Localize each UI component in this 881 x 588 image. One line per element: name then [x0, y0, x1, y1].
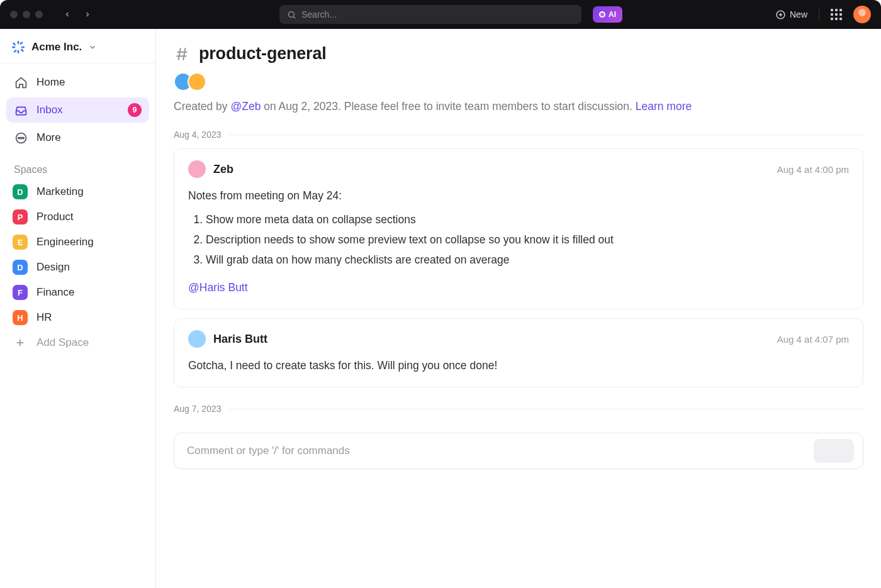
svg-rect-12 — [13, 49, 17, 53]
avatar — [188, 160, 206, 178]
list-item: Will grab data on how many checklists ar… — [206, 250, 849, 270]
ai-button[interactable]: AI — [593, 6, 622, 23]
inbox-badge: 9 — [128, 103, 142, 117]
svg-rect-7 — [12, 47, 16, 48]
sidebar-space-item[interactable]: PProduct — [0, 204, 155, 230]
svg-point-15 — [20, 137, 21, 138]
svg-rect-8 — [21, 47, 25, 48]
svg-rect-11 — [20, 42, 23, 45]
workspace-logo-icon — [11, 40, 25, 54]
learn-more-link[interactable]: Learn more — [636, 100, 692, 113]
space-icon: D — [13, 260, 28, 275]
svg-line-21 — [179, 48, 181, 60]
chevron-down-icon — [88, 43, 97, 52]
space-icon: H — [13, 310, 28, 325]
more-icon — [14, 131, 28, 145]
search-placeholder: Search... — [301, 9, 337, 19]
nav-inbox-label: Inbox — [36, 104, 63, 116]
space-name: HR — [36, 311, 52, 324]
space-icon: F — [13, 285, 28, 300]
space-icon: E — [13, 235, 28, 250]
creator-mention[interactable]: @Zeb — [230, 100, 261, 113]
comment-input[interactable] — [187, 445, 806, 457]
home-icon — [14, 75, 28, 89]
svg-line-1 — [293, 16, 295, 18]
message-card[interactable]: Zeb Aug 4 at 4:00 pm Notes from meeting … — [174, 148, 863, 309]
nav-more[interactable]: More — [6, 125, 149, 150]
channel-header: product-general — [174, 44, 863, 64]
add-space-label: Add Space — [36, 336, 89, 349]
message-author: Haris Butt — [213, 333, 267, 346]
message-timestamp: Aug 4 at 4:00 pm — [777, 164, 849, 175]
search-input[interactable]: Search... — [279, 5, 581, 24]
plus-icon — [13, 335, 28, 350]
nav-more-label: More — [36, 131, 61, 144]
channel-description: Created by @Zeb on Aug 2, 2023. Please f… — [174, 100, 863, 113]
date-label: Aug 7, 2023 — [174, 404, 222, 414]
workspace-name: Acme Inc. — [31, 41, 82, 53]
nav-home-label: Home — [36, 76, 65, 89]
avatar — [188, 330, 206, 348]
ai-icon — [599, 11, 605, 18]
list-item: Show more meta data on collapse sections — [206, 209, 849, 230]
space-name: Finance — [36, 286, 74, 299]
sidebar-space-item[interactable]: EEngineering — [0, 230, 155, 255]
inbox-icon — [14, 103, 28, 117]
sidebar-space-item[interactable]: DMarketing — [0, 179, 155, 204]
space-icon: D — [13, 184, 28, 199]
divider — [819, 8, 819, 21]
svg-line-22 — [183, 48, 185, 60]
new-button[interactable]: New — [775, 9, 807, 20]
ai-label: AI — [609, 10, 616, 19]
svg-rect-5 — [18, 41, 20, 45]
space-name: Marketing — [36, 186, 84, 198]
message-card[interactable]: Haris Butt Aug 4 at 4:07 pm Gotcha, I ne… — [174, 318, 863, 387]
channel-name: product-general — [199, 44, 327, 64]
svg-rect-9 — [13, 42, 16, 46]
workspace-switcher[interactable]: Acme Inc. — [0, 29, 155, 64]
svg-rect-10 — [20, 48, 24, 52]
date-separator: Aug 7, 2023 — [174, 404, 863, 414]
main-content: product-general Created by @Zeb on Aug 2… — [156, 29, 881, 588]
date-label: Aug 4, 2023 — [174, 130, 222, 140]
svg-rect-6 — [18, 50, 20, 54]
nav-forward-button[interactable] — [79, 6, 96, 23]
user-avatar[interactable] — [853, 6, 871, 23]
list-item: Description needs to show some preview t… — [206, 230, 849, 250]
nav-back-button[interactable] — [59, 6, 76, 23]
message-body: Gotcha, I need to create tasks for this.… — [188, 357, 849, 374]
member-avatar — [188, 72, 206, 91]
channel-members[interactable] — [174, 72, 863, 91]
space-icon: P — [13, 209, 28, 225]
space-name: Engineering — [36, 236, 94, 248]
sidebar-space-item[interactable]: DDesign — [0, 255, 155, 280]
user-mention[interactable]: @Haris Butt — [188, 279, 248, 296]
hash-icon — [174, 46, 190, 62]
search-icon — [287, 10, 296, 19]
svg-point-16 — [22, 137, 23, 138]
send-button[interactable] — [814, 439, 854, 463]
nav-home[interactable]: Home — [6, 70, 149, 95]
message-body: Notes from meeting on May 24: Show more … — [188, 187, 849, 296]
message-timestamp: Aug 4 at 4:07 pm — [777, 334, 849, 345]
space-name: Product — [36, 211, 74, 223]
message-author: Zeb — [213, 163, 233, 176]
space-name: Design — [36, 261, 70, 274]
svg-point-0 — [289, 11, 295, 17]
apps-button[interactable] — [831, 9, 842, 20]
new-label: New — [790, 9, 807, 19]
svg-point-14 — [18, 137, 19, 138]
nav-inbox[interactable]: Inbox 9 — [6, 97, 149, 123]
spaces-section-label: Spaces — [0, 153, 155, 179]
comment-composer[interactable] — [174, 433, 863, 469]
sidebar-space-item[interactable]: FFinance — [0, 280, 155, 305]
date-separator: Aug 4, 2023 — [174, 130, 863, 140]
window-controls[interactable] — [10, 11, 43, 18]
plus-circle-icon — [775, 9, 786, 20]
sidebar: Acme Inc. Home Inbox 9 More Spaces DMark… — [0, 29, 156, 588]
sidebar-space-item[interactable]: HHR — [0, 305, 155, 330]
add-space-button[interactable]: Add Space — [0, 330, 155, 355]
topbar: Search... AI New — [0, 0, 881, 29]
